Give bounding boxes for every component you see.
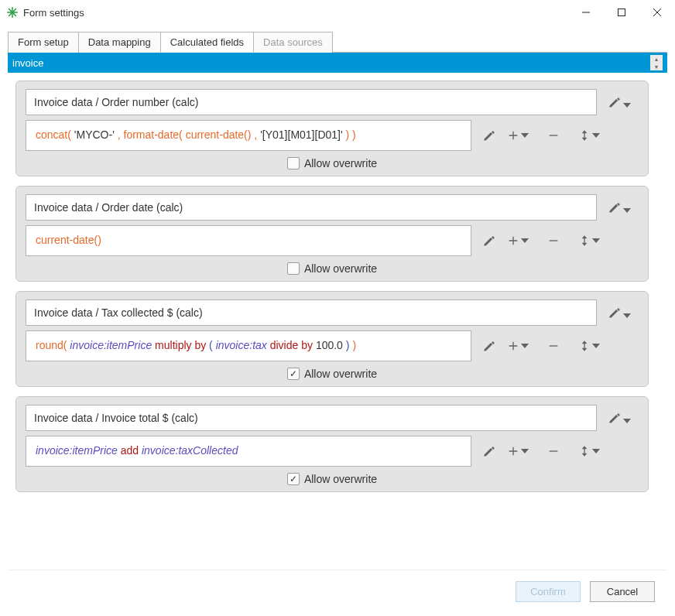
edit-field-dropdown[interactable] <box>608 200 639 214</box>
chevron-down-icon <box>623 207 631 214</box>
titlebar: Form settings <box>0 0 675 25</box>
datasource-banner[interactable]: invoice ▴ ▾ <box>8 53 667 73</box>
svg-rect-0 <box>618 9 625 16</box>
tab-calculated-fields[interactable]: Calculated fields <box>160 32 254 53</box>
app-icon <box>6 6 19 19</box>
pencil-icon <box>608 95 622 109</box>
chevron-down-icon <box>623 312 631 320</box>
tab-data-sources: Data sources <box>253 32 333 53</box>
field-path-input[interactable]: Invoice data / Invoice total $ (calc) <box>26 405 597 431</box>
card-toolbar <box>507 339 639 353</box>
expression-input[interactable]: invoice:itemPrice add invoice:taxCollect… <box>26 436 471 467</box>
minus-icon <box>547 234 560 247</box>
allow-overwrite-label: Allow overwrite <box>304 368 377 380</box>
edit-expression-button[interactable] <box>482 128 496 142</box>
banner-scroll-down-icon[interactable]: ▾ <box>650 63 663 70</box>
pencil-icon <box>608 411 622 425</box>
plus-icon <box>507 234 519 247</box>
add-field-dropdown[interactable] <box>507 445 529 457</box>
allow-overwrite-checkbox[interactable] <box>287 262 300 275</box>
move-updown-icon <box>578 339 591 353</box>
calc-field-card: Invoice data / Tax collected $ (calc)rou… <box>15 291 649 387</box>
pencil-icon <box>482 234 496 248</box>
pencil-icon <box>482 128 496 142</box>
tab-data-mapping[interactable]: Data mapping <box>78 32 161 53</box>
calc-field-card: Invoice data / Invoice total $ (calc)inv… <box>15 396 649 492</box>
pencil-icon <box>608 306 622 320</box>
tab-form-setup[interactable]: Form setup <box>8 32 79 53</box>
card-toolbar <box>507 444 639 458</box>
cancel-button[interactable]: Cancel <box>590 581 655 602</box>
move-field-dropdown[interactable] <box>578 339 600 353</box>
minus-icon <box>547 129 560 142</box>
body: Form setupData mappingCalculated fieldsD… <box>0 25 675 616</box>
allow-overwrite-row: Allow overwrite <box>26 262 639 275</box>
plus-icon <box>507 129 519 142</box>
calculated-fields-list: Invoice data / Order number (calc)concat… <box>8 73 667 570</box>
pencil-icon <box>482 444 496 458</box>
remove-field-button[interactable] <box>547 234 560 247</box>
allow-overwrite-row: Allow overwrite <box>26 368 639 380</box>
tab-bar: Form setupData mappingCalculated fieldsD… <box>8 31 667 52</box>
move-field-dropdown[interactable] <box>578 444 600 458</box>
move-updown-icon <box>578 234 591 248</box>
edit-expression-button[interactable] <box>482 234 496 248</box>
field-path-input[interactable]: Invoice data / Order number (calc) <box>26 89 597 115</box>
window-title: Form settings <box>23 7 568 19</box>
allow-overwrite-row: Allow overwrite <box>26 157 639 169</box>
expression-input[interactable]: concat( 'MYCO-' , format-date( current-d… <box>26 120 471 151</box>
plus-icon <box>507 445 519 457</box>
edit-expression-button[interactable] <box>482 339 496 353</box>
move-updown-icon <box>578 128 591 142</box>
add-field-dropdown[interactable] <box>507 129 529 142</box>
card-toolbar <box>507 128 639 142</box>
add-field-dropdown[interactable] <box>507 340 529 352</box>
allow-overwrite-label: Allow overwrite <box>304 157 377 169</box>
edit-field-dropdown[interactable] <box>608 95 639 109</box>
card-toolbar <box>507 234 639 248</box>
chevron-down-icon <box>521 237 529 245</box>
calc-field-card: Invoice data / Order number (calc)concat… <box>15 80 649 176</box>
allow-overwrite-checkbox[interactable] <box>287 368 300 380</box>
edit-field-dropdown[interactable] <box>608 306 639 320</box>
allow-overwrite-checkbox[interactable] <box>287 157 300 169</box>
chevron-down-icon <box>521 447 529 455</box>
allow-overwrite-row: Allow overwrite <box>26 473 639 485</box>
banner-scroll-buttons: ▴ ▾ <box>650 55 663 70</box>
field-path-input[interactable]: Invoice data / Order date (calc) <box>26 194 597 221</box>
pencil-icon <box>608 200 622 214</box>
edit-field-dropdown[interactable] <box>608 411 639 425</box>
allow-overwrite-checkbox[interactable] <box>287 473 300 485</box>
chevron-down-icon <box>592 237 600 245</box>
chevron-down-icon <box>592 447 600 455</box>
allow-overwrite-label: Allow overwrite <box>304 262 377 275</box>
remove-field-button[interactable] <box>547 340 560 352</box>
chevron-down-icon <box>592 132 600 139</box>
calc-field-card: Invoice data / Order date (calc)current-… <box>15 186 649 282</box>
minimize-button[interactable] <box>568 0 604 25</box>
datasource-selected: invoice <box>12 57 43 69</box>
chevron-down-icon <box>521 342 529 350</box>
expression-input[interactable]: current-date() <box>26 225 471 256</box>
chevron-down-icon <box>623 101 631 109</box>
allow-overwrite-label: Allow overwrite <box>304 473 377 485</box>
pencil-icon <box>482 339 496 353</box>
move-field-dropdown[interactable] <box>578 234 600 248</box>
close-button[interactable] <box>639 0 675 25</box>
maximize-button[interactable] <box>604 0 639 25</box>
expression-input[interactable]: round( invoice:itemPrice multiply by ( i… <box>26 330 471 361</box>
remove-field-button[interactable] <box>547 129 560 142</box>
remove-field-button[interactable] <box>547 445 560 457</box>
add-field-dropdown[interactable] <box>507 234 529 247</box>
window-controls <box>568 0 675 25</box>
plus-icon <box>507 340 519 352</box>
chevron-down-icon <box>521 132 529 139</box>
field-path-input[interactable]: Invoice data / Tax collected $ (calc) <box>26 299 597 326</box>
chevron-down-icon <box>592 342 600 350</box>
minus-icon <box>547 445 560 457</box>
banner-scroll-up-icon[interactable]: ▴ <box>650 55 663 63</box>
confirm-button[interactable]: Confirm <box>516 581 581 602</box>
edit-expression-button[interactable] <box>482 444 496 458</box>
dialog-footer: Confirm Cancel <box>8 570 667 616</box>
move-field-dropdown[interactable] <box>578 128 600 142</box>
